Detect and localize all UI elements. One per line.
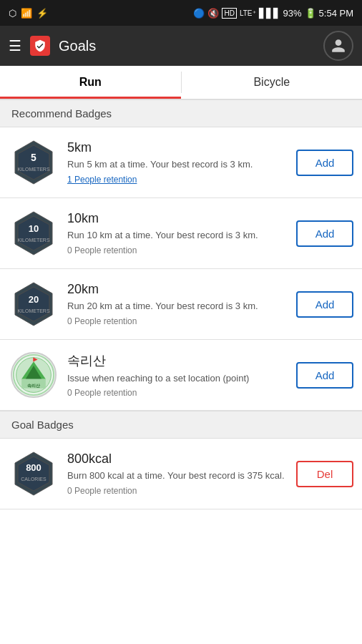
svg-text:5: 5 [31,152,36,163]
add-button-5km[interactable]: Add [296,150,353,176]
badge-info-sokrisan: 속리산 Issue when reaching to a set locatio… [67,352,288,398]
badge-icon-5km: 5 KILOMETERS [9,137,59,187]
tab-run[interactable]: Run [0,66,181,99]
badge-icon-20km: 20 KILOMETERS [9,279,59,329]
svg-text:20: 20 [29,294,39,305]
person-button[interactable] [323,31,353,61]
svg-text:KILOMETERS: KILOMETERS [17,238,49,243]
status-right: 🔵 🔇 HD LTE⁺ ▋▋▋ 93% 🔋 5:54 PM [193,8,353,19]
add-button-20km[interactable]: Add [296,291,353,318]
badge-title-sokrisan: 속리산 [67,352,288,369]
app-icon: ⬡ [9,8,16,19]
goal-section-header: Goal Badges [0,411,362,439]
badge-desc-5km: Run 5 km at a time. Your best record is … [67,158,288,171]
badge-action-10km: Add [296,220,353,247]
top-bar: ☰ Goals [0,26,362,66]
badge-action-20km: Add [296,291,353,318]
hd-badge: HD [222,8,236,19]
badge-title-800kcal: 800kcal [67,452,288,467]
add-button-sokrisan[interactable]: Add [296,362,353,389]
badge-retention-10km: 0 People retention [67,245,288,255]
badge-info-800kcal: 800kcal Burn 800 kcal at a time. Your be… [67,452,288,495]
status-icons: ⬡ 📶 ⚡ [9,8,48,19]
badge-info-5km: 5km Run 5 km at a time. Your best record… [67,140,288,184]
svg-text:CALORIES: CALORIES [21,477,47,482]
usb-icon: ⚡ [36,8,48,19]
badge-desc-10km: Run 10 km at a time. Your best record is… [67,229,288,242]
svg-text:속리산: 속리산 [27,384,41,388]
badge-action-800kcal: Del [296,461,353,487]
del-button-800kcal[interactable]: Del [296,461,353,487]
badge-icon-10km: 10 KILOMETERS [9,208,59,258]
battery-icon: 🔋 [305,8,316,19]
badge-info-10km: 10km Run 10 km at a time. Your best reco… [67,211,288,255]
badge-desc-sokrisan: Issue when reaching to a set location (p… [67,372,288,385]
battery-percent: 93% [283,8,302,19]
lte-badge: LTE⁺ [240,9,256,17]
badge-item-sokrisan: 속리산 속리산 Issue when reaching to a set loc… [0,340,362,411]
badge-action-sokrisan: Add [296,362,353,389]
badge-item-5km: 5 KILOMETERS 5km Run 5 km at a time. You… [0,127,362,198]
badge-retention-800kcal: 0 People retention [67,486,288,496]
status-bar: ⬡ 📶 ⚡ 🔵 🔇 HD LTE⁺ ▋▋▋ 93% 🔋 5:54 PM [0,0,362,26]
badge-item-10km: 10 KILOMETERS 10km Run 10 km at a time. … [0,198,362,269]
app-logo [30,36,50,56]
badge-retention-5km[interactable]: 1 People retention [67,175,288,185]
signal-icon: 📶 [21,8,32,19]
menu-button[interactable]: ☰ [9,37,21,54]
bluetooth-icon: 🔵 [193,8,205,19]
badge-info-20km: 20km Run 20 km at a time. Your best reco… [67,282,288,326]
svg-text:800: 800 [26,462,41,473]
tabs: Run Bicycle [0,66,362,99]
badge-desc-20km: Run 20 km at a time. Your best record is… [67,300,288,313]
badge-retention-20km: 0 People retention [67,316,288,326]
svg-text:10: 10 [29,223,39,234]
tab-bicycle-label: Bicycle [253,76,290,88]
badge-retention-sokrisan: 0 People retention [67,388,288,398]
badge-icon-800kcal: 800 CALORIES [9,449,59,499]
tab-run-label: Run [79,76,102,88]
round-badge-sokrisan: 속리산 [11,352,57,398]
page-title: Goals [59,38,96,54]
svg-text:KILOMETERS: KILOMETERS [17,167,49,172]
badge-title-10km: 10km [67,211,288,226]
tab-bicycle[interactable]: Bicycle [182,66,363,99]
time-display: 5:54 PM [319,8,353,19]
svg-text:KILOMETERS: KILOMETERS [17,308,49,313]
badge-action-5km: Add [296,150,353,176]
badge-desc-800kcal: Burn 800 kcal at a time. Your best recor… [67,469,288,482]
top-bar-left: ☰ Goals [9,36,96,56]
badge-item-800kcal: 800 CALORIES 800kcal Burn 800 kcal at a … [0,439,362,509]
recommend-section-header: Recommend Badges [0,99,362,127]
add-button-10km[interactable]: Add [296,220,353,247]
badge-icon-sokrisan: 속리산 [9,350,59,400]
signal-bars: ▋▋▋ [259,8,280,19]
badge-title-20km: 20km [67,282,288,297]
mute-icon: 🔇 [207,8,219,19]
badge-title-5km: 5km [67,140,288,155]
badge-item-20km: 20 KILOMETERS 20km Run 20 km at a time. … [0,269,362,340]
